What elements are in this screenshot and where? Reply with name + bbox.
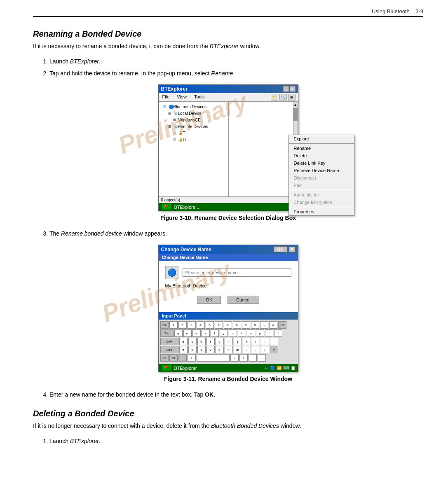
key-7[interactable]: 7 xyxy=(224,321,232,329)
key-0[interactable]: 0 xyxy=(251,321,259,329)
dialog-ok-button[interactable]: OK xyxy=(197,296,221,304)
key-o[interactable]: o xyxy=(247,329,255,337)
key-2[interactable]: 2 xyxy=(178,321,187,329)
key-v[interactable]: v xyxy=(206,346,215,353)
tree-item-t[interactable]: ⊟ 🔒 T xyxy=(159,130,228,136)
ctx-explore[interactable]: Explore xyxy=(289,135,354,142)
key-shift[interactable]: Shift xyxy=(160,346,178,353)
tree-item-windowsce[interactable]: 🖥 WindowsCE xyxy=(159,117,228,123)
dialog-ok-titlebar[interactable]: OK xyxy=(274,246,287,252)
key-esc[interactable]: Esc xyxy=(160,321,169,329)
key-i[interactable]: i xyxy=(238,329,246,337)
tree-item-local-device[interactable]: ⊟ 📡 Local Device xyxy=(159,110,228,117)
menu-file[interactable]: File xyxy=(161,94,171,100)
key-space[interactable] xyxy=(197,354,230,362)
dialog-cancel-button[interactable]: Cancel xyxy=(228,296,259,304)
change-device-name-dialog: Change Device Name OK × Change Device Na… xyxy=(158,245,298,372)
key-right[interactable]: → xyxy=(258,354,266,362)
key-tab[interactable]: Tab xyxy=(160,329,174,337)
key-semicolon[interactable]: ; xyxy=(261,338,269,345)
key-d[interactable]: d xyxy=(197,338,206,345)
ctx-rename[interactable]: Rename xyxy=(289,145,354,152)
taskbar-app[interactable]: BTExplore... xyxy=(174,205,199,210)
key-slash[interactable]: / xyxy=(261,346,269,353)
key-z[interactable]: z xyxy=(179,346,188,353)
key-j[interactable]: j xyxy=(234,338,242,345)
minimize-btn[interactable]: _ xyxy=(283,86,289,92)
dialog-close-btn[interactable]: × xyxy=(289,247,296,252)
key-quote[interactable]: ' xyxy=(270,338,278,345)
key-open-bracket[interactable]: [ xyxy=(265,329,273,337)
scroll-up-arrow[interactable]: ▲ xyxy=(293,102,298,107)
bluetooth-icon: ⊟ xyxy=(162,104,168,110)
key-3[interactable]: 3 xyxy=(188,321,196,329)
key-m[interactable]: m xyxy=(234,346,242,353)
key-e[interactable]: e xyxy=(192,329,201,337)
remote-expand-icon: ⊟ xyxy=(167,124,173,129)
key-backspace[interactable]: ⌫ xyxy=(278,321,286,329)
key-cap[interactable]: CAP xyxy=(160,338,178,345)
key-8[interactable]: 8 xyxy=(233,321,241,329)
close-btn[interactable]: × xyxy=(290,86,296,92)
key-a[interactable]: a xyxy=(179,338,188,345)
start-button[interactable]: 🚩 xyxy=(161,204,172,210)
key-ctl[interactable]: Ctl xyxy=(160,354,169,362)
intro-text-deleting: If it is no longer necessary to connect … xyxy=(33,422,423,430)
key-equals[interactable]: = xyxy=(269,321,277,329)
status-text: 0 object(s) xyxy=(161,198,181,202)
key-dot-special[interactable]: ˙ xyxy=(178,354,187,362)
key-6[interactable]: 6 xyxy=(215,321,223,329)
key-x[interactable]: x xyxy=(188,346,197,353)
key-b[interactable]: b xyxy=(216,346,224,353)
dialog-start-button[interactable]: 🚩 xyxy=(161,365,172,371)
key-enter[interactable]: ↵ xyxy=(270,346,278,353)
toolbar-icon-2[interactable]: 🔍 xyxy=(279,94,287,100)
key-1[interactable]: 1 xyxy=(169,321,178,329)
toolbar-icon-3[interactable]: ⊞ xyxy=(288,94,296,100)
ctx-properties[interactable]: Properties xyxy=(289,208,354,215)
key-left[interactable]: ← xyxy=(249,354,257,362)
key-g[interactable]: g xyxy=(216,338,224,345)
key-s[interactable]: s xyxy=(188,338,197,345)
key-down[interactable]: ↓ xyxy=(230,354,239,362)
key-w[interactable]: w xyxy=(183,329,192,337)
key-f[interactable]: f xyxy=(206,338,215,345)
btexplorer-body: ⊟ 🔵 Bluetooth Devices ⊟ 📡 Local Device 🖥… xyxy=(159,102,298,196)
key-k[interactable]: k xyxy=(243,338,251,345)
key-y[interactable]: y xyxy=(220,329,228,337)
key-l[interactable]: l xyxy=(252,338,260,345)
key-4[interactable]: 4 xyxy=(197,321,205,329)
tree-item-remote-devices[interactable]: ⊟ 📡 Remote Devices xyxy=(159,123,228,130)
key-r[interactable]: r xyxy=(202,329,210,337)
dialog-taskbar-app[interactable]: BTExplorer xyxy=(174,366,197,371)
menu-tools[interactable]: Tools xyxy=(193,94,206,100)
key-5[interactable]: 5 xyxy=(206,321,214,329)
key-aue[interactable]: áü xyxy=(169,354,178,362)
ctx-retrieve-device-name[interactable]: Retrieve Device Name xyxy=(289,167,354,174)
key-minus[interactable]: - xyxy=(260,321,268,329)
ctx-delete-link-key[interactable]: Delete Link Key xyxy=(289,159,354,167)
key-u[interactable]: u xyxy=(229,329,237,337)
key-p[interactable]: p xyxy=(256,329,264,337)
key-c[interactable]: c xyxy=(197,346,206,353)
key-n[interactable]: n xyxy=(225,346,233,353)
device-name-input[interactable] xyxy=(183,269,291,277)
key-period[interactable]: . xyxy=(252,346,260,353)
menu-view[interactable]: View xyxy=(176,94,188,100)
key-t[interactable]: t xyxy=(211,329,219,337)
tree-item-u[interactable]: ⊟ 🔒 U xyxy=(159,136,228,143)
key-close-bracket[interactable]: ] xyxy=(274,329,282,337)
key-9[interactable]: 9 xyxy=(242,321,250,329)
key-backslash[interactable]: \ xyxy=(188,354,196,362)
key-up[interactable]: ↑ xyxy=(239,354,248,362)
tree-item-bluetooth-devices[interactable]: ⊟ 🔵 Bluetooth Devices xyxy=(159,103,228,110)
key-h[interactable]: h xyxy=(225,338,233,345)
scrollbar-thumb[interactable] xyxy=(293,108,298,121)
tree-label-t: T xyxy=(183,131,185,135)
key-comma[interactable]: , xyxy=(243,346,251,353)
ctx-delete[interactable]: Delete xyxy=(289,152,354,159)
section-renaming: Renaming a Bonded Device If it is necess… xyxy=(33,29,423,78)
key-q[interactable]: q xyxy=(174,329,183,337)
intro-text-renaming: If it is necessary to rename a bonded de… xyxy=(33,42,423,51)
toolbar-icon-1[interactable]: 📁 xyxy=(271,94,278,100)
